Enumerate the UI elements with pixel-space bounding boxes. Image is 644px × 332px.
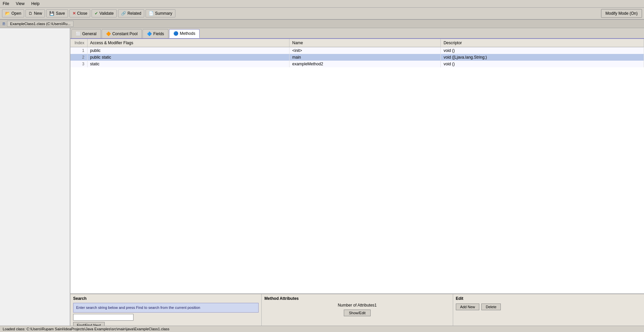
table-row[interactable]: 3staticexampleMethod2void ()	[70, 61, 644, 67]
search-panel-title: Search	[73, 296, 259, 301]
menu-help[interactable]: Help	[30, 1, 41, 7]
close-icon: ✕	[72, 11, 76, 16]
add-new-label: Add New	[460, 305, 475, 309]
save-button[interactable]: 💾 Save	[46, 9, 68, 17]
bottom-panels: Search Enter search string below and pre…	[70, 293, 644, 331]
attribute-count: Number of Attributes1	[264, 303, 450, 308]
content-area: ⬜ General 🔶 Constant Pool 🔷 Fields 🔵 Met…	[70, 28, 644, 331]
modify-mode-label: Modify Mode (On)	[605, 11, 638, 16]
table-body: 1public<init>void ()2public staticmainvo…	[70, 47, 644, 68]
validate-label: Validate	[99, 11, 113, 16]
cell-index: 3	[70, 61, 87, 67]
status-bar: Loaded class: C:\Users\Rupam Saini\IdeaP…	[0, 326, 644, 331]
cell-descriptor: void ()	[441, 61, 644, 67]
tab-constant-pool[interactable]: 🔶 Constant Pool	[102, 29, 142, 38]
summary-label: Summary	[155, 11, 172, 16]
summary-button[interactable]: 📄 Summary	[146, 9, 175, 17]
tab-general[interactable]: ⬜ General	[71, 29, 101, 38]
fields-icon: 🔷	[147, 31, 152, 36]
tab-constant-pool-label: Constant Pool	[112, 31, 138, 36]
search-input[interactable]	[73, 314, 133, 321]
delete-label: Delete	[486, 305, 496, 309]
table-header-row: Index Access & Modifier Flags Name Descr…	[70, 39, 644, 47]
show-edit-label: Show/Edit	[349, 311, 366, 315]
file-icon: 🖹	[2, 22, 6, 26]
tabs-bar: ⬜ General 🔶 Constant Pool 🔷 Fields 🔵 Met…	[70, 28, 644, 39]
cell-index: 2	[70, 54, 87, 61]
validate-button[interactable]: ✔ Validate	[92, 9, 116, 17]
cell-name: <init>	[289, 47, 441, 54]
cell-flags: static	[87, 61, 289, 67]
file-tab[interactable]: ExampleClass1.class (C:\Users\Ru...	[7, 21, 73, 27]
toolbar: 📂 Open 🗋 New 💾 Save ✕ Close ✔ Validate 🔗…	[0, 8, 644, 20]
col-header-name: Name	[289, 39, 441, 47]
modify-mode-button[interactable]: Modify Mode (On)	[601, 9, 642, 18]
file-tab-bar: 🖹 ExampleClass1.class (C:\Users\Ru...	[0, 20, 644, 28]
number-of-attrs-value: 1	[374, 303, 377, 308]
cell-flags: public	[87, 47, 289, 54]
methods-table: Index Access & Modifier Flags Name Descr…	[70, 39, 644, 67]
save-icon: 💾	[49, 11, 54, 16]
new-button[interactable]: 🗋 New	[25, 9, 45, 17]
tab-general-label: General	[82, 31, 97, 36]
search-panel: Search Enter search string below and pre…	[70, 294, 262, 331]
table-row[interactable]: 1public<init>void ()	[70, 47, 644, 54]
cell-name: main	[289, 54, 441, 61]
save-label: Save	[56, 11, 65, 16]
tab-methods-label: Methods	[180, 31, 195, 36]
table-row[interactable]: 2public staticmainvoid ([Ljava.lang.Stri…	[70, 54, 644, 61]
new-label: New	[34, 11, 42, 16]
cell-flags: public static	[87, 54, 289, 61]
methods-icon: 🔵	[173, 31, 178, 36]
tab-methods[interactable]: 🔵 Methods	[169, 29, 200, 38]
show-edit-button[interactable]: Show/Edit	[344, 310, 371, 316]
delete-button[interactable]: Delete	[481, 304, 501, 310]
cell-descriptor: void ()	[441, 47, 644, 54]
edit-panel: Edit Add New Delete	[453, 294, 644, 331]
edit-panel-title: Edit	[456, 296, 641, 301]
cell-index: 1	[70, 47, 87, 54]
tab-fields[interactable]: 🔷 Fields	[143, 29, 168, 38]
open-label: Open	[11, 11, 21, 16]
related-icon: 🔗	[121, 11, 126, 16]
col-header-flags: Access & Modifier Flags	[87, 39, 289, 47]
col-header-descriptor: Descriptor	[441, 39, 644, 47]
close-label: Close	[77, 11, 88, 16]
validate-icon: ✔	[95, 11, 98, 16]
sidebar	[0, 28, 70, 331]
method-attributes-title: Method Attributes	[264, 296, 450, 301]
file-tab-label: ExampleClass1.class (C:\Users\Ru...	[10, 22, 70, 26]
related-label: Related	[127, 11, 141, 16]
constant-pool-icon: 🔶	[106, 31, 111, 36]
general-icon: ⬜	[76, 31, 81, 36]
edit-buttons: Add New Delete	[456, 304, 641, 310]
main-container: ⬜ General 🔶 Constant Pool 🔷 Fields 🔵 Met…	[0, 28, 644, 331]
method-attributes-panel: Method Attributes Number of Attributes1 …	[262, 294, 453, 331]
methods-table-container: Index Access & Modifier Flags Name Descr…	[70, 39, 644, 293]
tab-fields-label: Fields	[153, 31, 164, 36]
menu-view[interactable]: View	[14, 1, 26, 7]
open-button[interactable]: 📂 Open	[2, 9, 24, 17]
number-of-attrs-label: Number of Attributes	[338, 303, 374, 308]
menu-file[interactable]: File	[1, 1, 10, 7]
cell-name: exampleMethod2	[289, 61, 441, 67]
cell-descriptor: void ([Ljava.lang.String;)	[441, 54, 644, 61]
search-hint: Enter search string below and press Find…	[73, 303, 259, 313]
summary-icon: 📄	[149, 11, 154, 16]
open-icon: 📂	[5, 11, 10, 16]
menubar: File View Help	[0, 0, 644, 8]
col-header-index: Index	[70, 39, 87, 47]
related-button[interactable]: 🔗 Related	[118, 9, 144, 17]
add-new-button[interactable]: Add New	[456, 304, 480, 310]
new-icon: 🗋	[29, 11, 33, 16]
close-button[interactable]: ✕ Close	[69, 9, 91, 17]
status-text: Loaded class: C:\Users\Rupam Saini\IdeaP…	[3, 327, 169, 331]
